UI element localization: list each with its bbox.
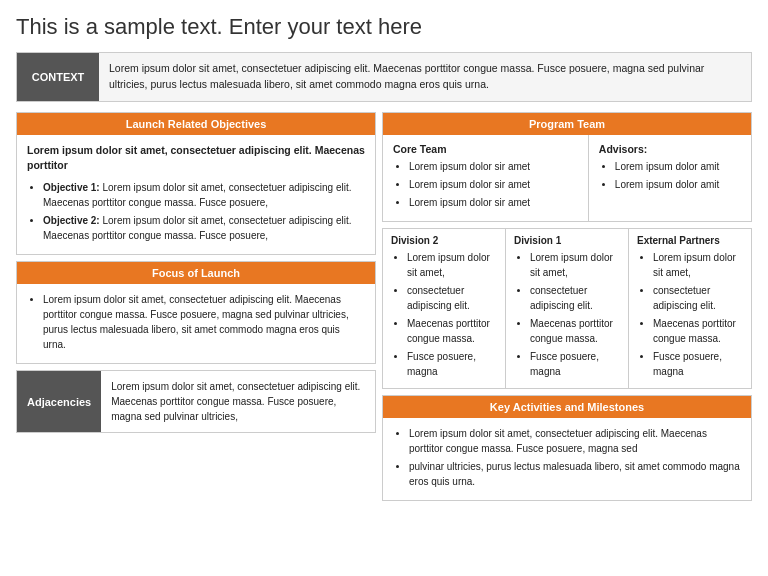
context-text: Lorem ipsum dolor sit amet, consectetuer… [99,53,751,101]
ep-item-4: Fusce posuere, magna [653,349,743,379]
objectives-heading: Lorem ipsum dolor sit amet, consectetuer… [27,143,365,175]
division2-col: Division 2 Lorem ipsum dolor sit amet, c… [383,229,506,388]
ep-item-3: Maecenas porttitor congue massa. [653,316,743,346]
div2-item-3: Maecenas porttitor congue massa. [407,316,497,346]
left-column: Launch Related Objectives Lorem ipsum do… [16,112,376,501]
div1-item-3: Maecenas porttitor congue massa. [530,316,620,346]
adjacencies-text: Lorem ipsum dolor sit amet, consectetuer… [101,371,375,432]
focus-header: Focus of Launch [17,262,375,284]
program-team-section: Program Team Core Team Lorem ipsum dolor… [382,112,752,222]
external-partners-col: External Partners Lorem ipsum dolor sit … [629,229,751,388]
division1-list: Lorem ipsum dolor sit amet, consectetuer… [514,250,620,379]
objectives-list: Objective 1: Lorem ipsum dolor sit amet,… [27,180,365,243]
objective1-label: Objective 1: [43,182,100,193]
objectives-header: Launch Related Objectives [17,113,375,135]
advisor-item-2: Lorem ipsum dolor amit [615,177,741,192]
div2-item-2: consectetuer adipiscing elit. [407,283,497,313]
ep-item-1: Lorem ipsum dolor sit amet, [653,250,743,280]
core-team-item-3: Lorem ipsum dolor sir amet [409,195,578,210]
focus-content: Lorem ipsum dolor sit amet, consectetuer… [17,284,375,363]
ep-item-2: consectetuer adipiscing elit. [653,283,743,313]
division1-heading: Division 1 [514,235,620,246]
page-title: This is a sample text. Enter your text h… [16,14,752,40]
key-activities-list: Lorem ipsum dolor sit amet, consectetuer… [393,426,741,489]
division-grid: Division 2 Lorem ipsum dolor sit amet, c… [382,228,752,389]
division2-list: Lorem ipsum dolor sit amet, consectetuer… [391,250,497,379]
div2-item-4: Fusce posuere, magna [407,349,497,379]
focus-list: Lorem ipsum dolor sit amet, consectetuer… [27,292,365,352]
advisors-heading: Advisors: [599,143,741,155]
div2-item-1: Lorem ipsum dolor sit amet, [407,250,497,280]
division2-heading: Division 2 [391,235,497,246]
objective-2: Objective 2: Lorem ipsum dolor sit amet,… [43,213,365,243]
program-team-grid: Core Team Lorem ipsum dolor sir amet Lor… [383,135,751,221]
core-team-list: Lorem ipsum dolor sir amet Lorem ipsum d… [393,159,578,210]
core-team-item-1: Lorem ipsum dolor sir amet [409,159,578,174]
core-team-col: Core Team Lorem ipsum dolor sir amet Lor… [383,135,589,221]
objectives-section: Launch Related Objectives Lorem ipsum do… [16,112,376,256]
advisor-item-1: Lorem ipsum dolor amit [615,159,741,174]
context-label: CONTEXT [17,53,99,101]
context-row: CONTEXT Lorem ipsum dolor sit amet, cons… [16,52,752,102]
div1-item-4: Fusce posuere, magna [530,349,620,379]
adjacencies-row: Adjacencies Lorem ipsum dolor sit amet, … [16,370,376,433]
advisors-list: Lorem ipsum dolor amit Lorem ipsum dolor… [599,159,741,192]
focus-section: Focus of Launch Lorem ipsum dolor sit am… [16,261,376,364]
external-partners-list: Lorem ipsum dolor sit amet, consectetuer… [637,250,743,379]
right-column: Program Team Core Team Lorem ipsum dolor… [382,112,752,501]
div1-item-1: Lorem ipsum dolor sit amet, [530,250,620,280]
key-activities-header: Key Activities and Milestones [383,396,751,418]
external-partners-heading: External Partners [637,235,743,246]
div1-item-2: consectetuer adipiscing elit. [530,283,620,313]
advisors-col: Advisors: Lorem ipsum dolor amit Lorem i… [589,135,751,221]
key-activity-1: Lorem ipsum dolor sit amet, consectetuer… [409,426,741,456]
key-activity-2: pulvinar ultricies, purus lectus malesua… [409,459,741,489]
main-grid: Launch Related Objectives Lorem ipsum do… [16,112,752,501]
key-activities-content: Lorem ipsum dolor sit amet, consectetuer… [383,418,751,500]
core-team-item-2: Lorem ipsum dolor sir amet [409,177,578,192]
objectives-content: Lorem ipsum dolor sit amet, consectetuer… [17,135,375,255]
division1-col: Division 1 Lorem ipsum dolor sit amet, c… [506,229,629,388]
core-team-heading: Core Team [393,143,578,155]
focus-item: Lorem ipsum dolor sit amet, consectetuer… [43,292,365,352]
adjacencies-label: Adjacencies [17,371,101,432]
objective-1: Objective 1: Lorem ipsum dolor sit amet,… [43,180,365,210]
program-team-header: Program Team [383,113,751,135]
key-activities-section: Key Activities and Milestones Lorem ipsu… [382,395,752,501]
objective2-label: Objective 2: [43,215,100,226]
